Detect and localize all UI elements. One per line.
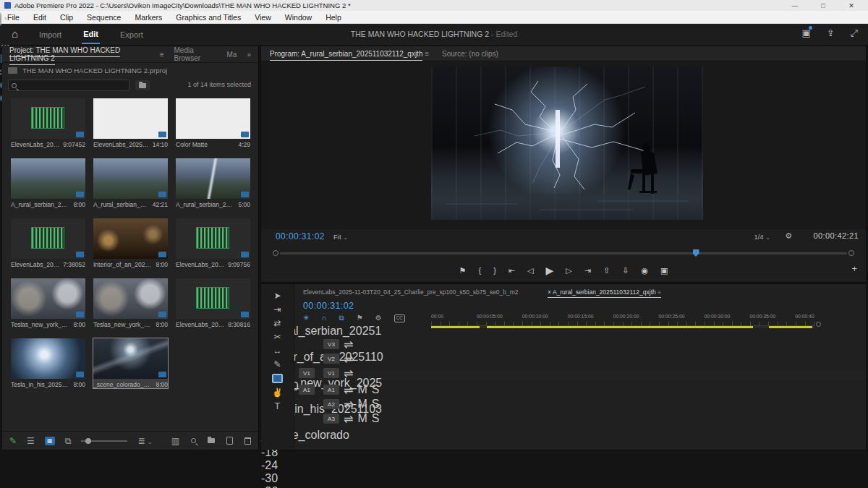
fullscreen-icon[interactable]: ⤢ [851,27,858,39]
track-target-a1[interactable]: A1 [323,385,339,395]
source-patch-v1[interactable]: V1 [299,368,315,378]
new-bin-button[interactable] [208,438,215,443]
step-back-button[interactable]: ◁ [527,267,533,275]
close-button[interactable]: ✕ [839,2,864,9]
razor-tool[interactable]: ✂ [273,333,281,341]
tab-close-icon[interactable]: × [548,288,551,296]
pen-tool[interactable]: ✎ [273,360,281,369]
track-sync-icon[interactable]: ⇌ [344,338,353,351]
track-mute-button[interactable]: M [357,383,367,396]
track-target-v3[interactable]: V3 [323,339,339,349]
track-select-forward-tool[interactable]: ⇥ [273,305,281,314]
track-target-v1[interactable]: V1 [323,368,339,378]
go-to-out-button[interactable]: ⇥ [584,267,591,275]
mark-in-button[interactable]: { [478,267,481,275]
project-item[interactable]: Tesla_in_his_2025110...8:00 [11,338,85,388]
menu-markers[interactable]: Markers [135,13,162,22]
track-sync-icon[interactable]: ⇌ [344,367,353,380]
tab-media-browser[interactable]: Media Browser [174,46,216,62]
project-item[interactable]: Color Matte4:29 [176,98,250,148]
writable-pencil-icon[interactable]: ✎ [9,437,17,445]
tab-truncated[interactable]: Ma [227,51,237,59]
tab-source[interactable]: Source: (no clips) [442,50,498,58]
step-forward-button[interactable]: ▷ [566,267,571,275]
rectangle-tool[interactable]: ▭ [272,374,283,383]
track-sync-icon[interactable]: ⇌ [344,398,353,411]
project-item[interactable]: ElevenLabs_2025-11-...14:10 [93,98,168,148]
search-bin-button[interactable] [135,80,150,90]
scrubber-zoom-handle-right[interactable] [848,250,854,256]
track-mute-button[interactable]: M [357,412,367,425]
playback-resolution-dropdown[interactable]: 1/4 ⌄ [754,233,770,241]
track-solo-button[interactable]: S [372,398,380,411]
track-solo-button[interactable]: S [372,383,380,396]
track-target-a3[interactable]: A3 [323,414,339,424]
project-item[interactable]: _scene_colorado_2025...8:00 [93,338,168,388]
track-sync-icon[interactable]: ⇌ [344,352,353,366]
ripple-edit-tool[interactable]: ⇄ [273,319,281,328]
lift-button[interactable]: ⇧ [603,267,610,275]
project-item[interactable]: Interior_of_an_202511...8:00 [93,218,168,268]
menu-window[interactable]: Window [285,13,312,22]
track-target-a2[interactable]: A2 [323,399,339,409]
import-progress-icon[interactable]: ▣ [801,27,810,39]
tab-project[interactable]: Project: THE MAN WHO HACKED LIGHTNING 2 [9,46,120,65]
timeline-panel-menu-icon[interactable]: ≡ [658,288,661,296]
time-ruler[interactable]: 00:0000:00:05:0000:00:10:0000:00:15:0000… [431,312,814,326]
play-button[interactable]: ▶ [546,265,554,275]
export-frame-button[interactable]: ◉ [641,267,648,275]
program-settings-wrench-icon[interactable]: ⚙ [785,231,792,241]
menu-help[interactable]: Help [326,13,341,22]
fit-dropdown[interactable]: Fit ⌄ [333,233,348,241]
track-solo-button[interactable]: S [372,412,380,425]
project-item[interactable]: Teslas_new_york_202...8:00 [93,278,168,328]
list-view-button[interactable]: ☰ [27,437,35,445]
project-item[interactable]: ElevenLabs_2025-...9:09756 [176,218,250,268]
track-sync-icon[interactable]: ⇌ [344,412,353,426]
project-item[interactable]: A_rural_serbian_2025...5:00 [176,158,250,208]
program-panel-menu-icon[interactable]: ≡ [425,50,429,58]
icon-view-button[interactable]: ▦ [45,437,55,445]
tab-overflow-icon[interactable]: » [247,51,251,59]
go-to-in-button[interactable]: ⇤ [509,267,515,275]
extract-button[interactable]: ⇩ [622,267,629,275]
search-input[interactable] [8,80,129,91]
project-item[interactable]: ElevenLabs_2025-...9:07452 [11,98,85,148]
ruler-end-handle[interactable] [816,322,821,327]
menu-graphics-and-titles[interactable]: Graphics and Titles [176,13,241,22]
menu-view[interactable]: View [255,13,271,22]
quick-export-icon[interactable]: ⇪ [827,27,835,39]
freeform-view-button[interactable]: ⧉ [65,437,72,445]
menu-clip[interactable]: Clip [60,13,73,22]
delete-button[interactable] [244,437,251,445]
track-sync-icon[interactable]: ⇌ [344,383,353,397]
project-item[interactable]: Teslas_new_york_202...8:00 [11,278,85,328]
project-item[interactable]: A_rural_serbian_2025...8:00 [11,158,85,208]
add-marker-button[interactable]: ⚑ [459,267,467,275]
timeline-tab-active[interactable]: × A_rural_serbian_202511032112_qxjth ≡ [548,288,661,298]
button-editor-plus[interactable]: + [851,263,857,274]
slip-tool[interactable]: ↔ [273,346,282,355]
menu-sequence[interactable]: Sequence [87,13,121,22]
program-timecode[interactable]: 00:00:31:02 [276,231,325,241]
tab-program[interactable]: Program: A_rural_serbian_202511032112_qx… [270,50,422,61]
project-panel-menu-icon[interactable]: ≡ [160,51,164,59]
menu-edit[interactable]: Edit [33,13,46,22]
scrubber-zoom-handle-left[interactable] [273,250,278,256]
menu-file[interactable]: File [7,13,20,22]
track-mute-button[interactable]: M [357,398,367,411]
thumbnail-zoom-slider[interactable] [81,440,127,442]
mark-out-button[interactable]: } [493,267,496,275]
minimize-button[interactable]: — [783,2,807,9]
track-target-v2[interactable]: V2 [323,354,339,364]
project-item[interactable]: ElevenLabs_2025-...8:30816 [176,278,250,328]
sort-icons-button[interactable]: ≣ ⌄ [137,437,152,445]
project-item[interactable]: A_rural_serbian_202...42:21 [93,158,168,208]
automate-to-sequence-button[interactable]: ▥ [171,437,179,445]
hand-tool[interactable]: ✌ [272,388,283,397]
comparison-view-button[interactable]: ▣ [660,267,668,275]
restore-button[interactable]: □ [811,2,835,9]
source-patch-a1[interactable]: A1 [299,385,315,395]
program-scrubber[interactable] [273,249,854,257]
project-breadcrumb[interactable]: THE MAN WHO HACKED LIGHTNING 2.prproj [8,67,167,74]
